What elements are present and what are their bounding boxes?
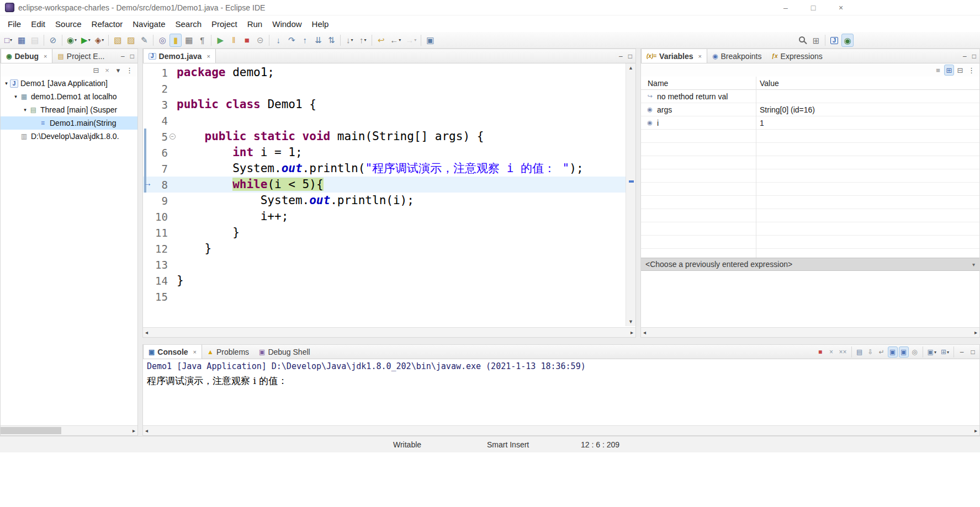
overview-ruler-marker[interactable] <box>629 180 634 183</box>
debug-icon[interactable]: ◉▾ <box>65 34 78 47</box>
menu-run[interactable]: Run <box>242 18 268 30</box>
line-number[interactable]: 8 <box>150 179 168 191</box>
collapse-all-icon[interactable]: ⊟ <box>91 65 101 76</box>
code-line-14[interactable]: 14} <box>143 273 626 289</box>
save-icon[interactable]: ▦ <box>15 34 28 47</box>
code-line-11[interactable]: 11 } <box>143 225 626 241</box>
editor-annotation-ruler[interactable] <box>143 81 150 97</box>
code-line-15[interactable]: 15 <box>143 289 626 305</box>
maximize-button[interactable]: □ <box>799 0 827 15</box>
code-line-12[interactable]: 12 } <box>143 241 626 257</box>
menu-refactor[interactable]: Refactor <box>87 18 128 30</box>
console-output-area[interactable]: Demo1 [Java Application] D:\Develop\Java… <box>143 359 979 425</box>
print-icon[interactable]: ▤ <box>29 34 41 47</box>
previous-annotation-icon[interactable]: ↑▾ <box>357 34 369 47</box>
new-java-project-icon[interactable]: ▧ <box>112 34 124 47</box>
column-divider[interactable] <box>756 77 756 258</box>
editor-annotation-ruler[interactable] <box>143 209 150 225</box>
tab-expressions[interactable]: ƒx Expressions <box>766 49 827 63</box>
drop-to-frame-icon[interactable]: ⇊ <box>312 34 324 47</box>
tab-variables[interactable]: (x)= Variables × <box>641 49 707 63</box>
chevron-down-icon[interactable]: ▾ <box>972 261 975 268</box>
line-number[interactable]: 13 <box>150 259 168 271</box>
debug-perspective-icon[interactable]: ◉ <box>841 34 854 47</box>
menu-edit[interactable]: Edit <box>26 18 50 30</box>
search-icon[interactable] <box>797 34 809 47</box>
editor-annotation-ruler[interactable] <box>143 289 150 305</box>
collapse-region-icon[interactable]: − <box>169 134 176 140</box>
show-on-stderr-icon[interactable]: ▣ <box>899 346 909 357</box>
open-console-icon[interactable]: ⊞▾ <box>939 346 951 357</box>
debug-tree-item[interactable]: ▥D:\Develop\Java\jdk1.8.0. <box>1 130 137 143</box>
variable-row[interactable]: ◉i1 <box>641 116 979 130</box>
scroll-right-icon[interactable]: ▸ <box>133 428 135 434</box>
editor-annotation-ruler[interactable] <box>143 161 150 177</box>
code-line-9[interactable]: 9 System.out.println(i); <box>143 193 626 209</box>
expander-expanded-icon[interactable]: ▾ <box>3 81 10 86</box>
mark-occurrences-icon[interactable]: ▮ <box>169 34 182 47</box>
line-number[interactable]: 6 <box>150 147 168 159</box>
minimize-button[interactable]: – <box>772 0 799 15</box>
editor-annotation-ruler[interactable]: → <box>143 177 150 193</box>
forward-icon[interactable]: →▾ <box>404 34 418 47</box>
column-header-value[interactable]: Value <box>756 79 979 88</box>
debug-tree-item[interactable]: ▾JDemo1 [Java Application] <box>1 77 137 90</box>
collapse-all-icon[interactable]: ⊟ <box>955 65 965 76</box>
menu-source[interactable]: Source <box>50 18 87 30</box>
tab-console[interactable]: ▣ Console × <box>143 345 202 359</box>
editor-annotation-ruler[interactable] <box>143 65 150 81</box>
line-number[interactable]: 3 <box>150 99 168 111</box>
scroll-left-icon[interactable]: ◂ <box>145 428 148 434</box>
close-tab-icon[interactable]: × <box>698 53 702 60</box>
new-wizard-icon[interactable]: □▾ <box>2 34 14 47</box>
tab-project-explorer[interactable]: ▤ Project E... <box>52 49 109 63</box>
line-number[interactable]: 5 <box>150 131 168 143</box>
editor-body[interactable]: 1package demo1;23public class Demo1 {45−… <box>143 63 635 337</box>
debug-tree-item[interactable]: ▾▦demo1.Demo1 at localho <box>1 90 137 103</box>
word-wrap-icon[interactable]: ↵ <box>877 346 887 357</box>
show-whitespace-icon[interactable]: ¶ <box>196 34 208 47</box>
code-line-4[interactable]: 4 <box>143 113 626 129</box>
code-line-5[interactable]: 5− public static void main(String[] args… <box>143 129 626 145</box>
block-selection-icon[interactable]: ▦ <box>183 34 195 47</box>
editor-annotation-ruler[interactable] <box>143 241 150 257</box>
show-logical-structures-icon[interactable]: ⊞ <box>944 65 954 76</box>
menu-file[interactable]: File <box>3 18 26 30</box>
code-line-1[interactable]: 1package demo1; <box>143 65 626 81</box>
line-number[interactable]: 14 <box>150 275 168 287</box>
debug-hscrollbar[interactable]: ▸ <box>1 425 137 435</box>
code-area[interactable]: 1package demo1;23public class Demo1 {45−… <box>143 65 626 326</box>
terminate-icon[interactable]: ■ <box>815 346 825 357</box>
maximize-view-icon[interactable]: □ <box>628 52 632 60</box>
code-line-13[interactable]: 13 <box>143 257 626 273</box>
step-return-icon[interactable]: ↑ <box>299 34 311 47</box>
scroll-up-icon[interactable]: ▲ <box>626 63 635 72</box>
minimize-view-icon[interactable]: – <box>957 346 967 357</box>
scroll-left-icon[interactable]: ◂ <box>643 329 646 335</box>
tab-demo1-java[interactable]: J Demo1.java × <box>143 49 216 63</box>
open-perspective-icon[interactable]: ⊞ <box>810 34 822 47</box>
disconnect-icon[interactable]: ⊝ <box>254 34 266 47</box>
variable-row[interactable]: ◉argsString[0] (id=16) <box>641 103 979 116</box>
folding-ruler[interactable]: − <box>168 134 177 140</box>
menu-navigate[interactable]: Navigate <box>128 18 170 30</box>
run-icon[interactable]: ▶▾ <box>80 34 92 47</box>
tab-debug-shell[interactable]: ▣ Debug Shell <box>254 345 315 359</box>
scrollbar-thumb[interactable] <box>1 427 61 434</box>
code-line-8[interactable]: →8 while(i < 5){ <box>143 177 626 193</box>
close-tab-icon[interactable]: × <box>193 349 197 355</box>
clear-console-icon[interactable]: ▤ <box>855 346 865 357</box>
show-type-names-icon[interactable]: ≡ <box>933 65 943 76</box>
code-line-6[interactable]: 6 int i = 1; <box>143 145 626 161</box>
view-menu-icon[interactable]: ⋮ <box>124 65 135 76</box>
editor-annotation-ruler[interactable] <box>143 97 150 113</box>
remove-all-terminated-icon[interactable]: × <box>102 65 112 76</box>
console-hscrollbar[interactable]: ◂ ▸ <box>143 425 979 435</box>
last-edit-location-icon[interactable]: ↩ <box>375 34 387 47</box>
pin-console-icon[interactable]: ◎ <box>910 346 920 357</box>
menu-search[interactable]: Search <box>170 18 206 30</box>
line-number[interactable]: 9 <box>150 195 168 207</box>
expression-entry-bar[interactable]: <Choose a previously entered expression>… <box>641 258 979 271</box>
new-class-icon[interactable]: ✎ <box>138 34 150 47</box>
minimize-view-icon[interactable]: – <box>963 52 967 60</box>
